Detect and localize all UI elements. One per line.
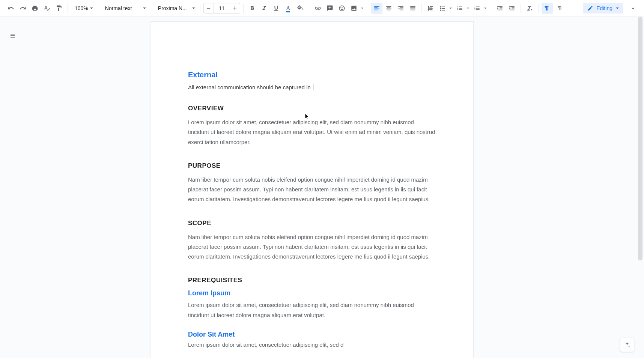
style-value: Normal text [105, 5, 132, 11]
increase-indent-button[interactable] [506, 3, 518, 14]
show-outline-button[interactable] [7, 30, 18, 41]
vertical-scrollbar[interactable] [637, 17, 643, 358]
overview-paragraph[interactable]: Lorem ipsum dolor sit amet, consectetuer… [188, 117, 436, 147]
separator [521, 4, 521, 13]
highlight-color-button[interactable] [295, 3, 306, 14]
purpose-paragraph[interactable]: Nam liber tempor cum soluta nobis eleife… [188, 175, 436, 205]
svg-point-2 [457, 9, 458, 10]
font-family-dropdown[interactable]: Proxima N... [154, 4, 197, 13]
heading-scope[interactable]: SCOPE [188, 220, 436, 227]
align-right-button[interactable] [395, 3, 406, 14]
line-spacing-icon [425, 3, 436, 14]
separator [151, 4, 151, 13]
paragraph-style-dropdown[interactable]: Normal text [101, 4, 148, 13]
collapse-toolbar-button[interactable] [627, 3, 639, 14]
subheading-dolor[interactable]: Dolor Sit Amet [188, 331, 436, 338]
heading-purpose[interactable]: PURPOSE [188, 162, 436, 170]
zoom-value: 100% [75, 5, 88, 11]
bulleted-list-icon [454, 3, 465, 14]
underline-button[interactable] [271, 3, 282, 14]
align-justify-button[interactable] [407, 3, 418, 14]
increase-font-size-button[interactable]: + [230, 3, 240, 14]
scroll-thumb[interactable] [638, 17, 642, 260]
print-button[interactable] [29, 3, 41, 14]
document-canvas[interactable]: External All external communication shou… [0, 17, 644, 358]
svg-point-0 [457, 6, 458, 7]
insert-image-icon [348, 3, 360, 14]
separator [368, 4, 368, 13]
svg-point-1 [457, 8, 458, 9]
separator [538, 4, 539, 13]
numbered-list-icon [471, 3, 483, 14]
editing-mode-dropdown[interactable]: Editing [583, 3, 623, 14]
body-text[interactable]: All external communication should be cap… [188, 83, 436, 92]
italic-button[interactable] [259, 3, 270, 14]
page-content[interactable]: External All external communication shou… [150, 22, 473, 358]
decrease-font-size-button[interactable]: − [203, 3, 214, 14]
clear-formatting-button[interactable] [524, 3, 535, 14]
insert-image-dropdown[interactable] [348, 3, 365, 14]
subheading-lorem[interactable]: Lorem Ipsum [188, 289, 436, 297]
document-page[interactable]: External All external communication shou… [150, 21, 474, 358]
bold-button[interactable] [247, 3, 258, 14]
font-size-input[interactable] [214, 3, 230, 14]
separator [200, 4, 200, 13]
scope-paragraph[interactable]: Nam liber tempor cum soluta nobis eleife… [188, 232, 436, 262]
decrease-indent-button[interactable] [494, 3, 506, 14]
zoom-dropdown[interactable]: 100% [71, 4, 95, 13]
separator [309, 4, 309, 13]
pencil-icon [587, 5, 593, 11]
redo-button[interactable] [17, 3, 29, 14]
checklist-icon [437, 3, 448, 14]
main-toolbar: 100% Normal text Proxima N... − + A [0, 0, 644, 17]
add-comment-button[interactable] [324, 3, 336, 14]
checklist-dropdown[interactable] [437, 3, 453, 14]
chevron-down-icon [465, 7, 471, 10]
text-color-button[interactable]: A [283, 3, 294, 14]
undo-button[interactable] [5, 3, 17, 14]
heading-external[interactable]: External [188, 71, 436, 79]
heading-prerequisites[interactable]: PREREQUISITES [188, 277, 436, 284]
chevron-down-icon [483, 7, 488, 10]
rtl-button[interactable] [554, 3, 565, 14]
dolor-paragraph[interactable]: Lorem ipsum dolor sit amet, consectetuer… [188, 340, 436, 350]
insert-link-button[interactable] [312, 3, 324, 14]
separator [421, 4, 422, 13]
align-left-button[interactable] [371, 3, 382, 14]
separator [68, 4, 68, 13]
insert-emoji-button[interactable] [336, 3, 348, 14]
separator [98, 4, 98, 13]
numbered-list-dropdown[interactable] [471, 3, 488, 14]
separator [243, 4, 244, 13]
spellcheck-button[interactable] [41, 3, 53, 14]
scroll-track[interactable] [637, 17, 643, 358]
chevron-down-icon [360, 7, 365, 10]
paint-format-button[interactable] [53, 3, 65, 14]
line-spacing-dropdown[interactable] [425, 3, 436, 14]
chevron-down-icon [448, 7, 453, 10]
font-value: Proxima N... [158, 5, 187, 11]
separator [491, 4, 491, 13]
mode-label: Editing [596, 5, 612, 11]
heading-overview[interactable]: OVERVIEW [188, 105, 436, 112]
align-center-button[interactable] [383, 3, 394, 14]
lorem-paragraph[interactable]: Lorem ipsum dolor sit amet, consectetuer… [188, 300, 436, 320]
explore-button[interactable] [620, 338, 634, 352]
bulleted-list-dropdown[interactable] [454, 3, 471, 14]
ltr-button[interactable] [542, 3, 553, 14]
font-size-group: − + [203, 3, 240, 14]
text-cursor [313, 84, 313, 90]
chevron-down-icon [615, 5, 619, 11]
